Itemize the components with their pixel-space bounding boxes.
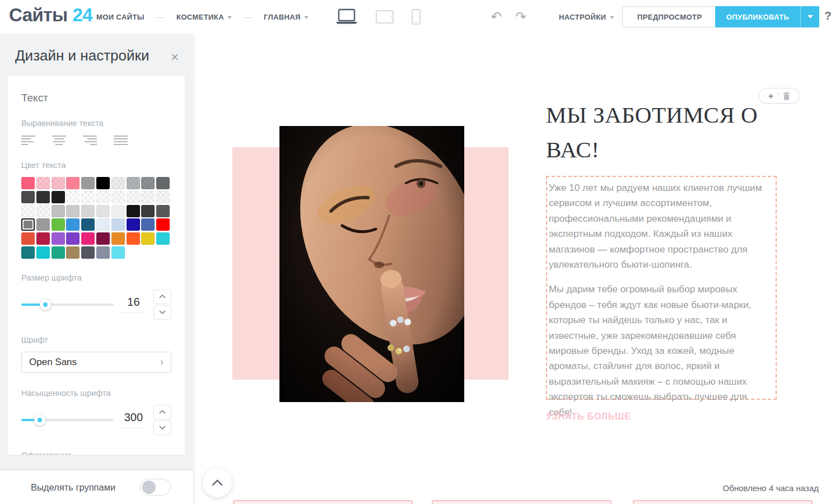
color-swatch[interactable]: [36, 205, 50, 217]
color-swatch[interactable]: [141, 232, 155, 245]
slider-thumb[interactable]: [40, 299, 51, 310]
color-swatch[interactable]: [156, 232, 170, 245]
color-swatch[interactable]: [52, 246, 65, 259]
nav-my-sites[interactable]: МОИ САЙТЫ: [96, 13, 144, 21]
tablet-view-button[interactable]: [375, 10, 394, 24]
close-icon[interactable]: ×: [171, 50, 179, 64]
color-swatch[interactable]: [52, 205, 65, 217]
color-swatch[interactable]: [66, 177, 80, 189]
increase-button[interactable]: [153, 290, 171, 304]
paragraph[interactable]: Мы дарим тебе огромный выбор мировых бре…: [549, 282, 771, 420]
color-swatch[interactable]: [127, 218, 140, 231]
mobile-view-button[interactable]: [411, 8, 421, 25]
color-swatch[interactable]: [36, 246, 50, 259]
color-swatch[interactable]: [111, 191, 125, 203]
color-swatch[interactable]: [156, 191, 170, 203]
color-swatch[interactable]: [66, 232, 80, 245]
font-size-slider[interactable]: [21, 304, 114, 306]
add-block-button[interactable]: +: [768, 91, 774, 101]
decrease-button[interactable]: [153, 305, 171, 320]
color-swatch[interactable]: [81, 191, 95, 203]
scroll-to-top-button[interactable]: [203, 468, 232, 497]
color-swatch[interactable]: [111, 232, 125, 245]
settings-menu[interactable]: НАСТРОЙКИ: [559, 0, 614, 34]
color-swatch[interactable]: [127, 177, 140, 189]
color-swatch[interactable]: [127, 205, 140, 217]
color-swatch[interactable]: [156, 177, 170, 189]
color-swatch[interactable]: [66, 205, 80, 217]
font-weight-slider[interactable]: [21, 419, 114, 421]
nav-page-main[interactable]: ГЛАВНАЯ: [264, 13, 309, 21]
color-swatch[interactable]: [81, 246, 95, 259]
font-size-value[interactable]: 16: [122, 296, 146, 313]
color-swatch[interactable]: [36, 232, 50, 245]
align-center-button[interactable]: [52, 135, 66, 147]
color-swatch[interactable]: [81, 177, 95, 189]
color-swatch[interactable]: [156, 218, 170, 231]
color-swatch[interactable]: [111, 218, 125, 231]
color-swatch[interactable]: [127, 191, 140, 203]
app-logo[interactable]: Сайты 24: [9, 4, 92, 26]
trash-icon[interactable]: [783, 92, 790, 100]
color-swatch[interactable]: [81, 218, 95, 231]
color-swatch[interactable]: [141, 218, 155, 231]
help-button[interactable]: ?: [824, 9, 832, 22]
font-select[interactable]: Open Sans ›: [21, 352, 171, 373]
color-swatch[interactable]: [21, 218, 35, 231]
publish-dropdown-button[interactable]: [800, 6, 819, 27]
color-swatch[interactable]: [96, 246, 110, 259]
color-swatch[interactable]: [21, 191, 35, 203]
redo-button[interactable]: ↷: [515, 10, 526, 24]
group-select-toggle[interactable]: [140, 479, 171, 496]
color-swatch[interactable]: [111, 205, 125, 217]
color-swatch[interactable]: [111, 246, 125, 259]
color-swatch[interactable]: [96, 218, 110, 231]
color-swatch[interactable]: [96, 232, 110, 245]
align-left-button[interactable]: [21, 135, 35, 147]
undo-button[interactable]: ↶: [491, 10, 502, 24]
color-swatch[interactable]: [81, 205, 95, 217]
learn-more-link[interactable]: УЗНАТЬ БОЛЬШЕ: [546, 412, 631, 422]
selected-text-block[interactable]: Уже 10 лет мы радуем наших клиентов лучш…: [546, 176, 777, 400]
color-swatch[interactable]: [21, 205, 35, 217]
desktop-view-button[interactable]: [335, 8, 358, 25]
slider-thumb[interactable]: [34, 414, 45, 426]
color-swatch[interactable]: [96, 205, 110, 217]
color-swatch[interactable]: [156, 205, 170, 217]
font-weight-value[interactable]: 300: [122, 411, 146, 428]
hero-photo[interactable]: [279, 126, 464, 402]
color-swatch[interactable]: [66, 191, 80, 203]
align-justify-button[interactable]: [114, 135, 128, 147]
color-swatch[interactable]: [52, 218, 65, 231]
align-center-icon: [52, 135, 66, 145]
color-swatch[interactable]: [96, 177, 110, 189]
color-swatch[interactable]: [21, 246, 35, 259]
preview-button[interactable]: ПРЕДПРОСМОТР: [622, 6, 717, 27]
nav-site-cosmetics[interactable]: КОСМЕТИКА: [176, 13, 232, 21]
history-controls: ↶ ↷: [491, 0, 526, 34]
chevron-down-icon: [159, 310, 166, 314]
decrease-button[interactable]: [153, 421, 171, 435]
color-swatch[interactable]: [52, 191, 65, 203]
color-swatch[interactable]: [21, 177, 35, 189]
paragraph[interactable]: Уже 10 лет мы радуем наших клиентов лучш…: [549, 180, 771, 272]
color-swatch[interactable]: [127, 232, 140, 245]
publish-button[interactable]: ОПУБЛИКОВАТЬ: [715, 6, 819, 27]
hero-heading[interactable]: МЫ ЗАБОТИМСЯ О ВАС!: [546, 97, 776, 167]
color-swatch[interactable]: [141, 177, 155, 189]
color-swatch[interactable]: [111, 177, 125, 189]
color-swatch[interactable]: [21, 232, 35, 245]
color-swatch[interactable]: [52, 232, 65, 245]
align-right-button[interactable]: [83, 135, 97, 147]
increase-button[interactable]: [153, 405, 171, 419]
color-swatch[interactable]: [52, 177, 65, 189]
color-swatch[interactable]: [36, 177, 50, 189]
color-swatch[interactable]: [81, 232, 95, 245]
color-swatch[interactable]: [36, 191, 50, 203]
color-swatch[interactable]: [66, 218, 80, 231]
color-swatch[interactable]: [66, 246, 80, 259]
color-swatch[interactable]: [36, 218, 50, 231]
color-swatch[interactable]: [141, 191, 155, 203]
color-swatch[interactable]: [96, 191, 110, 203]
color-swatch[interactable]: [141, 205, 155, 217]
